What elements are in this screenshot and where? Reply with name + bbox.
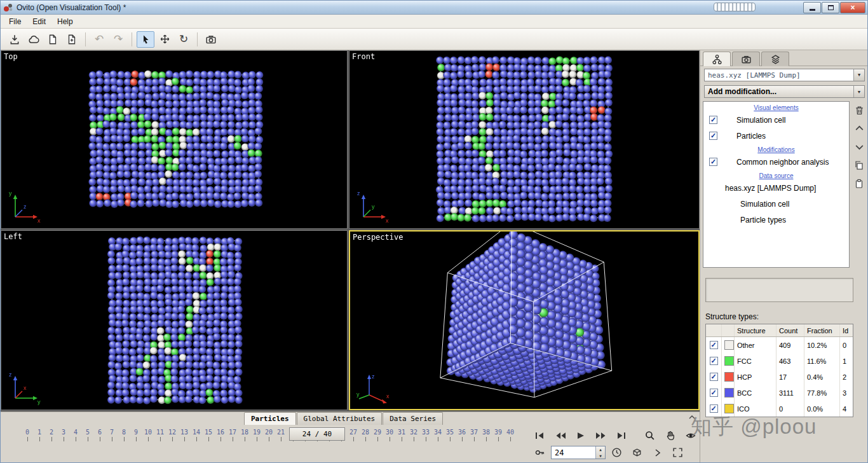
timeline-tick: 7 (110, 429, 114, 441)
play-button[interactable] (571, 428, 590, 443)
timeline-tick: 31 (398, 429, 405, 441)
viewport-perspective[interactable]: Perspective z x y (349, 230, 700, 410)
save-state-as-button[interactable] (63, 31, 81, 48)
swatch-cell (721, 385, 734, 401)
pipeline-section-header: Modifications (703, 144, 849, 154)
render-viewport-button[interactable] (628, 445, 646, 460)
pan-mode-button[interactable] (156, 31, 173, 48)
color-swatch[interactable] (724, 340, 734, 350)
timeline-tick: 2 (50, 429, 53, 441)
menu-edit[interactable]: Edit (27, 15, 51, 28)
tab-global-attributes[interactable]: Global Attributes (297, 412, 383, 425)
tab-data-series[interactable]: Data Series (383, 412, 443, 425)
checkbox[interactable]: ✓ (709, 116, 717, 124)
checkbox[interactable]: ✓ (710, 373, 718, 381)
checkbox[interactable]: ✓ (710, 341, 718, 349)
import-file-button[interactable] (6, 31, 24, 48)
source-selector[interactable]: heas.xyz [LAMMPS Dump] ▼ (704, 69, 865, 81)
redo-button[interactable]: ↷ (109, 31, 127, 48)
viewport-label: Front (352, 52, 375, 61)
pipeline-entry[interactable]: ✓Particles (703, 128, 849, 144)
table-row[interactable]: ✓Other40910.2%0 (706, 337, 853, 353)
auto-key-button[interactable] (531, 445, 549, 460)
table-row[interactable]: ✓FCC46311.6%1 (706, 353, 853, 369)
viewport-front[interactable]: Front x z y (349, 50, 700, 229)
color-swatch[interactable] (724, 372, 734, 382)
tab-pipeline[interactable] (703, 52, 731, 66)
menu-file[interactable]: File (3, 15, 27, 28)
maximize-icon (828, 5, 834, 10)
copy-pipeline-button[interactable] (852, 159, 866, 172)
checkbox[interactable]: ✓ (709, 158, 717, 166)
timeline-tick: 0 (25, 429, 29, 441)
svg-text:x: x (386, 393, 390, 399)
svg-text:y: y (37, 399, 41, 405)
cloud-icon (28, 34, 39, 45)
minimize-button[interactable] (803, 2, 821, 13)
count-cell: 409 (776, 337, 804, 353)
color-swatch[interactable] (724, 404, 734, 413)
fraction-cell: 11.6% (804, 353, 839, 369)
spin-up-icon[interactable]: ▲ (596, 446, 605, 453)
pipeline-entry[interactable]: ✓Simulation cell (703, 112, 849, 128)
color-swatch[interactable] (724, 388, 734, 397)
skip-to-end-button[interactable] (612, 428, 630, 443)
animation-settings-button[interactable] (607, 445, 626, 460)
tab-overlays[interactable] (761, 52, 789, 66)
move-down-button[interactable] (852, 141, 866, 153)
timeline-tick: 6 (98, 429, 102, 441)
column-header: Count (776, 324, 804, 336)
timeline-tick: 11 (156, 429, 164, 441)
pipeline-entry[interactable]: Simulation cell (703, 196, 849, 212)
pipeline-entry[interactable]: Particle types (703, 212, 849, 228)
maximize-button[interactable] (822, 2, 839, 13)
next-panel-button[interactable] (648, 445, 667, 460)
viewport-top[interactable]: Top x y z (1, 50, 348, 229)
checkbox[interactable]: ✓ (710, 404, 718, 413)
cube-icon (632, 447, 642, 458)
current-frame-indicator[interactable]: 24 / 40 (289, 427, 345, 441)
timeline-ruler[interactable]: 24 / 40 01234567891011121314151617181920… (1, 425, 527, 462)
spin-down-icon[interactable]: ▼ (596, 453, 605, 459)
pan-tool-button[interactable] (661, 428, 679, 443)
id-cell: 2 (839, 369, 853, 385)
maximize-viewport-button[interactable] (668, 445, 687, 460)
skip-to-start-button[interactable] (531, 428, 549, 443)
redo-icon: ↷ (114, 34, 123, 45)
zoom-tool-button[interactable] (641, 428, 659, 443)
count-cell: 3111 (776, 385, 804, 401)
add-modification-dropdown[interactable]: Add modification... ▼ (704, 85, 865, 98)
render-button[interactable] (202, 31, 220, 48)
checkbox[interactable]: ✓ (710, 389, 718, 397)
undo-button[interactable]: ↶ (90, 31, 108, 48)
expand-icon (672, 447, 683, 458)
import-remote-button[interactable] (25, 31, 43, 48)
spinner-arrows[interactable]: ▲▼ (595, 446, 605, 459)
checkbox[interactable]: ✓ (709, 132, 717, 140)
orbit-mode-button[interactable]: ↻ (175, 31, 193, 48)
next-frame-button[interactable] (592, 428, 610, 443)
move-up-button[interactable] (852, 122, 866, 135)
tab-rendering[interactable] (732, 52, 760, 66)
structure-types-title: Structure types: (705, 312, 868, 321)
svg-text:y: y (9, 190, 12, 197)
paste-pipeline-button[interactable] (852, 177, 866, 190)
checkbox[interactable]: ✓ (710, 357, 718, 365)
previous-frame-button[interactable] (551, 428, 569, 443)
animation-controls: 24 ▲▼ (527, 425, 700, 463)
selection-mode-button[interactable] (137, 31, 154, 48)
timeline-tick: 32 (410, 429, 417, 441)
table-row[interactable]: ✓HCP170.4%2 (706, 369, 853, 385)
frame-spinner[interactable]: 24 ▲▼ (551, 446, 606, 459)
save-state-button[interactable] (44, 31, 62, 48)
menu-help[interactable]: Help (51, 15, 79, 28)
color-swatch[interactable] (724, 356, 734, 366)
delete-modifier-button[interactable] (852, 104, 866, 116)
pipeline-entry[interactable]: ✓Common neighbor analysis (703, 154, 849, 170)
table-row[interactable]: ✓BCC311177.8%3 (706, 385, 853, 401)
viewport-left[interactable]: Left y z x (1, 230, 348, 410)
close-button[interactable]: × (840, 2, 865, 13)
skip-start-icon (534, 431, 545, 440)
pipeline-entry[interactable]: heas.xyz [LAMMPS Dump] (703, 180, 849, 196)
tab-particles[interactable]: Particles (244, 412, 296, 425)
